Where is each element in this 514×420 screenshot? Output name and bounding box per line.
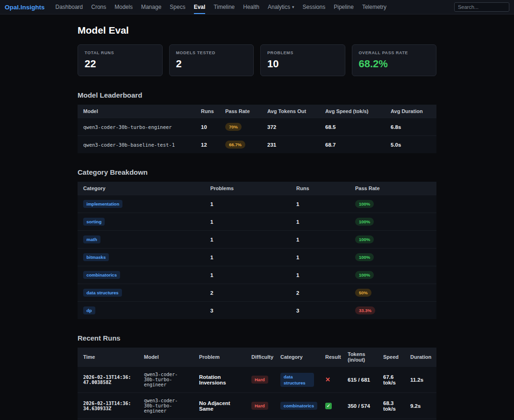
stat-value: 68.2%	[359, 58, 430, 70]
search-input[interactable]	[454, 2, 509, 12]
problem-cell: Rotation Inversions	[193, 367, 246, 393]
fail-icon	[325, 376, 330, 383]
runs-cell: 2	[291, 284, 350, 302]
category-breakdown-section: Category Breakdown Category Problems Run…	[78, 168, 436, 319]
table-row: math 1 1 100%	[78, 231, 436, 249]
category-badge: bitmasks	[83, 253, 109, 261]
category-table: Category Problems Runs Pass Rate impleme…	[78, 182, 436, 319]
difficulty-cell: Hard	[246, 393, 275, 419]
problems-cell: 1	[205, 249, 291, 266]
nav-analytics-dropdown[interactable]: Analytics	[268, 0, 294, 14]
column-header-model: Model	[78, 105, 195, 118]
avg-tokens-cell: 372	[262, 118, 320, 136]
avg-speed-cell: 68.7	[320, 136, 385, 154]
avg-duration-cell: 6.8s	[385, 118, 436, 136]
pass-rate-cell: 100%	[350, 249, 436, 266]
model-name-cell: qwen3-coder-30b-baseline-test-1	[78, 136, 195, 154]
nav-telemetry[interactable]: Telemetry	[362, 0, 386, 14]
category-cell: math	[78, 231, 205, 249]
stat-label: MODELS TESTED	[176, 50, 247, 55]
runs-cell: 1	[291, 249, 350, 266]
result-cell	[320, 367, 342, 393]
duration-cell: 11.2s	[405, 367, 436, 393]
column-header-tokens: Tokens (in/out)	[342, 348, 378, 367]
nav-pipeline[interactable]: Pipeline	[334, 0, 354, 14]
category-badge: data structures	[83, 289, 122, 297]
column-header-category: Category	[78, 182, 205, 195]
runs-cell: 10	[195, 118, 220, 136]
pass-rate-cell: 70%	[220, 118, 262, 136]
stat-label: PROBLEMS	[267, 50, 338, 55]
table-header-row: Category Problems Runs Pass Rate	[78, 182, 436, 195]
column-header-category: Category	[275, 348, 320, 367]
runs-cell: 1	[291, 195, 350, 213]
category-cell: implementation	[78, 195, 205, 213]
stat-value: 2	[176, 58, 247, 70]
column-header-speed: Speed	[378, 348, 405, 367]
nav-crons[interactable]: Crons	[91, 0, 106, 14]
category-badge: data structures	[280, 373, 314, 387]
problems-cell: 1	[205, 213, 291, 231]
nav-timeline[interactable]: Timeline	[214, 0, 235, 14]
nav-sessions[interactable]: Sessions	[303, 0, 326, 14]
pass-rate-cell: 66.7%	[220, 136, 262, 154]
category-cell: data structures	[78, 284, 205, 302]
column-header-model: Model	[138, 348, 193, 367]
column-header-pass-rate: Pass Rate	[350, 182, 436, 195]
pass-rate-cell: 100%	[350, 195, 436, 213]
pass-icon	[325, 403, 332, 409]
tokens-cell: 615 / 681	[342, 367, 378, 393]
time-cell: 2026-02-13T14:36:47.003858Z	[78, 367, 138, 393]
problems-cell: 1	[205, 231, 291, 249]
category-cell: combinatorics	[275, 393, 320, 419]
main-nav: Dashboard Crons Models Manage Specs Eval…	[51, 0, 391, 14]
time-cell: 2026-02-13T14:36:34.630933Z	[78, 393, 138, 419]
nav-dashboard[interactable]: Dashboard	[56, 0, 83, 14]
nav-models[interactable]: Models	[114, 0, 133, 14]
stat-card-overall-pass-rate: OVERALL PASS RATE 68.2%	[352, 44, 437, 76]
leaderboard-section: Model Leaderboard Model Runs Pass Rate A…	[78, 91, 436, 153]
category-badge: dp	[83, 306, 95, 314]
category-badge: combinatorics	[83, 271, 120, 279]
recent-runs-section: Recent Runs Time Model Problem Difficult…	[78, 334, 436, 420]
leaderboard-table: Model Runs Pass Rate Avg Tokens Out Avg …	[78, 105, 436, 153]
nav-eval[interactable]: Eval	[194, 0, 206, 14]
column-header-problems: Problems	[205, 182, 291, 195]
table-row: 2026-02-13T14:36:34.630933Z qwen3-coder-…	[78, 393, 436, 419]
nav-health[interactable]: Health	[243, 0, 259, 14]
column-header-problem: Problem	[193, 348, 246, 367]
column-header-avg-tokens-out: Avg Tokens Out	[262, 105, 320, 118]
model-cell: qwen3-coder-30b-turbo-engineer	[138, 367, 193, 393]
category-badge: implementation	[83, 200, 122, 208]
pass-rate-badge: 100%	[355, 253, 374, 261]
column-header-difficulty: Difficulty	[246, 348, 275, 367]
app-logo[interactable]: Opal.Insights	[5, 4, 45, 11]
pass-rate-cell: 33.3%	[350, 302, 436, 320]
pass-rate-badge: 100%	[355, 200, 374, 208]
top-nav-bar: Opal.Insights Dashboard Crons Models Man…	[0, 0, 514, 14]
category-cell: bitmasks	[78, 249, 205, 266]
category-cell: sorting	[78, 213, 205, 231]
category-cell: combinatorics	[78, 266, 205, 284]
category-badge: math	[83, 235, 100, 243]
model-cell: qwen3-coder-30b-turbo-engineer	[138, 393, 193, 419]
pass-rate-badge: 70%	[225, 123, 242, 131]
category-cell: dp	[78, 302, 205, 320]
speed-cell: 68.3 tok/s	[378, 393, 405, 419]
avg-duration-cell: 5.0s	[385, 136, 436, 154]
nav-specs[interactable]: Specs	[170, 0, 185, 14]
runs-cell: 12	[195, 136, 220, 154]
nav-manage[interactable]: Manage	[141, 0, 161, 14]
avg-tokens-cell: 231	[262, 136, 320, 154]
avg-speed-cell: 68.5	[320, 118, 385, 136]
stat-card-problems: PROBLEMS 10	[260, 44, 345, 76]
stat-label: OVERALL PASS RATE	[359, 50, 430, 55]
stat-value: 22	[85, 58, 156, 70]
pass-rate-badge: 100%	[355, 271, 374, 279]
pass-rate-badge: 50%	[355, 289, 371, 297]
table-header-row: Model Runs Pass Rate Avg Tokens Out Avg …	[78, 105, 436, 118]
runs-cell: 1	[291, 266, 350, 284]
table-row: sorting 1 1 100%	[78, 213, 436, 231]
table-row: qwen3-coder-30b-baseline-test-1 12 66.7%…	[78, 136, 436, 154]
problems-cell: 2	[205, 284, 291, 302]
